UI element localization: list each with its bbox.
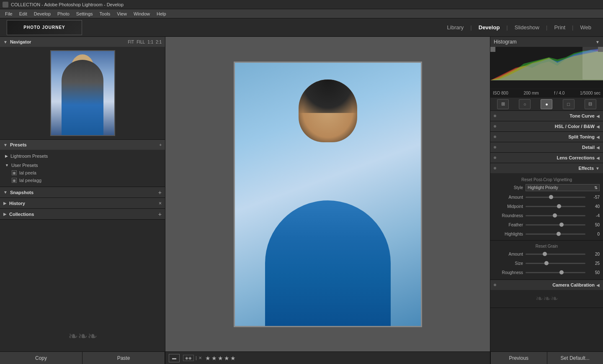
title-bar: COLLECTION - Adobe Photoshop Lightroom -… xyxy=(0,0,603,9)
tone-curve-header[interactable]: Tone Curve ◀ xyxy=(490,111,603,121)
collections-header[interactable]: ▶ Collections + xyxy=(0,209,165,220)
effects-roundness-thumb[interactable] xyxy=(553,213,557,218)
effects-midpoint-thumb[interactable] xyxy=(557,204,561,208)
tone-curve-section: Tone Curve ◀ xyxy=(490,111,603,121)
nav-fit[interactable]: FIT xyxy=(128,40,134,44)
effects-roundness-label: Roundness xyxy=(494,213,523,218)
nav-develop[interactable]: Develop xyxy=(474,23,505,32)
hist-highlight-clip[interactable] xyxy=(598,47,603,52)
filmstrip-icon[interactable]: ▬ xyxy=(169,354,180,362)
top-nav: PHOTO JOURNEY Library | Develop | Slides… xyxy=(0,18,603,37)
menu-window[interactable]: Window xyxy=(130,11,153,16)
menu-tools[interactable]: Tools xyxy=(96,11,114,16)
preset-item-label-2: lal peelagg xyxy=(19,178,41,183)
effects-feather-thumb[interactable] xyxy=(559,223,564,227)
effects-amount-thumb[interactable] xyxy=(549,195,553,199)
preset-group-user-header[interactable]: ▼ User Presets xyxy=(0,161,165,169)
snapshots-add-button[interactable]: + xyxy=(158,189,162,196)
preset-group-lightroom-header[interactable]: ▶ Lightroom Presets xyxy=(0,152,165,160)
tool-slider-icon[interactable]: ⊟ xyxy=(585,99,596,109)
grain-amount-thumb[interactable] xyxy=(543,252,547,256)
grain-amount-slider[interactable] xyxy=(526,254,585,255)
menu-view[interactable]: View xyxy=(113,11,130,16)
navigator-thumbnail xyxy=(50,50,115,136)
effects-roundness-slider[interactable] xyxy=(526,215,585,216)
style-value: Highlight Priority xyxy=(528,185,558,190)
menu-edit[interactable]: Edit xyxy=(16,11,31,16)
lens-corrections-header[interactable]: Lens Corrections ◀ xyxy=(490,153,603,163)
paste-button[interactable]: Paste xyxy=(82,352,165,364)
effects-header[interactable]: Effects ▼ xyxy=(490,163,603,173)
filter-x[interactable]: ✕ xyxy=(198,356,202,360)
grain-size-thumb[interactable] xyxy=(544,261,549,265)
previous-button[interactable]: Previous xyxy=(490,352,547,364)
detail-header[interactable]: Detail ◀ xyxy=(490,142,603,152)
effects-feather-slider[interactable] xyxy=(526,224,585,226)
filter-type[interactable]: ◈◈ xyxy=(183,355,194,361)
navigator-arrow: ▼ xyxy=(3,40,8,44)
vignette-label: Reset Post-Crop Vignetting xyxy=(490,176,603,183)
grain-label: Reset Grain xyxy=(490,242,603,249)
menu-settings[interactable]: Settings xyxy=(73,11,96,16)
preset-item-icon-2: ▦ xyxy=(12,178,17,183)
menu-help[interactable]: Help xyxy=(153,11,170,16)
menu-file[interactable]: File xyxy=(2,11,16,16)
hsl-header[interactable]: HSL / Color / B&W ◀ xyxy=(490,121,603,131)
hist-mm: 200 mm xyxy=(523,91,539,95)
tool-grid-icon[interactable]: ⊞ xyxy=(497,99,509,109)
camera-calibration-section: Camera Calibration ◀ ❧❧❧ xyxy=(490,280,603,308)
rating-stars[interactable]: ★★★★★ xyxy=(205,355,237,361)
nav-1to1[interactable]: 1:1 xyxy=(147,40,153,44)
menu-develop[interactable]: Develop xyxy=(31,11,54,16)
camera-calibration-header[interactable]: Camera Calibration ◀ xyxy=(490,280,603,290)
grain-amount-value: 20 xyxy=(588,252,600,256)
logo: PHOTO JOURNEY xyxy=(7,20,82,35)
presets-add-icon[interactable]: + xyxy=(159,143,162,147)
copy-button[interactable]: Copy xyxy=(0,352,82,364)
nav-library[interactable]: Library xyxy=(442,23,469,32)
left-bottom: ❧❧❧ xyxy=(0,220,165,351)
history-clear-button[interactable]: × xyxy=(159,200,162,206)
hist-shadow-clip[interactable] xyxy=(490,47,495,52)
collections-title: Collections xyxy=(9,212,158,217)
histogram-svg xyxy=(490,47,603,80)
grain-roughness-thumb[interactable] xyxy=(559,270,564,274)
nav-slideshow[interactable]: Slideshow xyxy=(510,23,544,32)
effects-highlights-thumb[interactable] xyxy=(557,232,561,236)
filter-controls[interactable]: ◈◈ | ✕ xyxy=(183,355,202,361)
style-row: Style Highlight Priority ⇅ xyxy=(490,183,603,192)
lens-bullet xyxy=(494,156,496,159)
set-default-button[interactable]: Set Default... xyxy=(547,352,603,364)
center-canvas[interactable] xyxy=(165,37,490,351)
main-area: ▼ Navigator FIT FILL 1:1 2:1 ▼ Pre xyxy=(0,37,603,351)
tool-rect-icon[interactable]: □ xyxy=(563,99,575,109)
main-photo xyxy=(234,62,422,327)
presets-header[interactable]: ▼ Presets + xyxy=(0,140,165,150)
histogram-header[interactable]: Histogram ▼ xyxy=(490,37,603,47)
decorative-ornament: ❧❧❧ xyxy=(0,321,165,351)
grain-size-slider[interactable] xyxy=(526,263,585,264)
navigator-header[interactable]: ▼ Navigator FIT FILL 1:1 2:1 xyxy=(0,37,165,47)
grain-roughness-slider[interactable] xyxy=(526,272,585,273)
menu-photo[interactable]: Photo xyxy=(54,11,73,16)
nav-web[interactable]: Web xyxy=(575,23,597,32)
nav-fill[interactable]: FILL xyxy=(137,40,145,44)
tool-dot-icon[interactable]: ● xyxy=(541,99,552,109)
effects-amount-slider[interactable] xyxy=(526,197,585,198)
collections-add-button[interactable]: + xyxy=(158,211,162,218)
preset-item-lalpeelagg[interactable]: ▦ lal peelagg xyxy=(0,177,165,184)
preset-item-lalpeela[interactable]: ▦ lal peela xyxy=(0,169,165,177)
history-header[interactable]: ▶ History × xyxy=(0,198,165,209)
effects-midpoint-slider[interactable] xyxy=(526,206,585,207)
app-icon xyxy=(3,2,8,8)
nav-2to1[interactable]: 2:1 xyxy=(156,40,162,44)
effects-highlights-slider[interactable] xyxy=(526,233,585,235)
style-dropdown[interactable]: Highlight Priority ⇅ xyxy=(526,184,600,191)
hsl-title: HSL / Color / B&W xyxy=(499,124,595,129)
effects-roundness-value: -4 xyxy=(588,213,600,218)
snapshots-header[interactable]: ▼ Snapshots + xyxy=(0,187,165,198)
nav-print[interactable]: Print xyxy=(549,23,570,32)
split-toning-header[interactable]: Split Toning ◀ xyxy=(490,132,603,142)
detail-arrow: ◀ xyxy=(596,145,600,150)
tool-circle-icon[interactable]: ○ xyxy=(519,99,531,109)
